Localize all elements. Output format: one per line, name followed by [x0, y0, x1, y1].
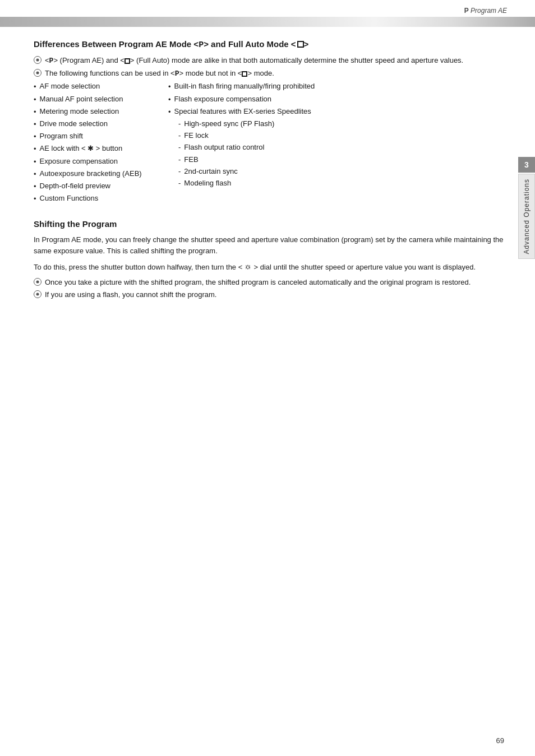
list-item-label: Custom Functions: [40, 193, 99, 203]
list-item-label: Manual AF point selection: [40, 94, 123, 104]
list-item-label: Built-in flash firing manually/firing pr…: [174, 81, 315, 91]
chapter-label: Advanced Operations: [523, 179, 531, 254]
list-item: - 2nd-curtain sync: [168, 166, 504, 177]
section2: Shifting the Program In Program AE mode,…: [34, 219, 504, 300]
chapter-label-container: Advanced Operations: [518, 174, 535, 259]
list-item-label: Exposure compensation: [40, 156, 118, 166]
dot-icon: •: [34, 119, 36, 129]
dot-icon: •: [168, 107, 171, 117]
section2-bullet2: If you are using a flash, you cannot shi…: [34, 290, 504, 300]
list-item-label: Drive mode selection: [40, 119, 108, 129]
list-item: • Drive mode selection: [34, 119, 168, 129]
list-item: • Metering mode selection: [34, 106, 168, 117]
header-chapter-title: Program AE: [471, 7, 507, 15]
dot-icon: •: [168, 95, 171, 105]
dash-icon: -: [178, 119, 181, 129]
list-item: • Special features with EX-series Speedl…: [168, 106, 504, 117]
feature-list: • AF mode selection • Manual AF point se…: [34, 81, 504, 206]
feature-list-left: • AF mode selection • Manual AF point se…: [34, 81, 168, 206]
header-mode-letter: P: [464, 7, 469, 15]
list-item: • Flash exposure compensation: [168, 94, 504, 105]
dot-icon: •: [34, 194, 36, 204]
dot-icon: •: [34, 82, 36, 92]
circle-bullet-icon-2: [34, 69, 41, 77]
dot-icon: •: [34, 144, 36, 154]
list-item: • Custom Functions: [34, 193, 168, 204]
dot-icon: •: [34, 95, 36, 105]
main-content: Differences Between Program AE Mode <P> …: [0, 38, 535, 300]
section2-bullet2-text: If you are using a flash, you cannot shi…: [45, 290, 504, 300]
dot-icon: •: [34, 132, 36, 142]
chapter-tab: 3 Advanced Operations: [518, 157, 535, 259]
list-item-label: High-speed sync (FP Flash): [184, 119, 274, 129]
bullet-item-1: <P> (Program AE) and <> (Full Auto) mode…: [34, 55, 504, 66]
list-item-label: AF mode selection: [40, 81, 100, 91]
dash-icon: -: [178, 155, 181, 165]
section2-bullet1: Once you take a picture with the shifted…: [34, 277, 504, 287]
list-item-label: 2nd-curtain sync: [184, 166, 237, 177]
list-item-label: FEB: [184, 155, 198, 165]
dot-icon: •: [34, 157, 36, 167]
list-item: - FE lock: [168, 131, 504, 141]
page-header: P Program AE: [0, 0, 535, 17]
bullet-item-2: The following functions can be used in <…: [34, 68, 504, 79]
list-item: • Exposure compensation: [34, 156, 168, 167]
dot-icon: •: [34, 107, 36, 117]
header-title: P Program AE: [464, 7, 507, 15]
section1-heading: Differences Between Program AE Mode <P> …: [34, 38, 504, 51]
dash-icon: -: [178, 166, 181, 177]
section2-heading: Shifting the Program: [34, 219, 504, 229]
section2-bullet1-text: Once you take a picture with the shifted…: [45, 277, 504, 287]
list-item: • Program shift: [34, 131, 168, 142]
chapter-number: 3: [518, 157, 535, 173]
list-item-label: Program shift: [40, 131, 83, 141]
section2-para1: In Program AE mode, you can freely chang…: [34, 234, 504, 257]
list-item: - Flash output ratio control: [168, 142, 504, 152]
dash-icon: -: [178, 178, 181, 188]
list-item: • AF mode selection: [34, 81, 168, 92]
feature-list-right: • Built-in flash firing manually/firing …: [168, 81, 504, 206]
list-item: • Autoexposure bracketing (AEB): [34, 169, 168, 179]
page-number: 69: [496, 736, 504, 745]
list-item-label: Modeling flash: [184, 178, 231, 188]
decorative-bar: [0, 17, 535, 27]
list-item-label: AE lock with < ✱ > button: [40, 143, 123, 154]
list-item-label: FE lock: [184, 131, 208, 141]
list-item: - High-speed sync (FP Flash): [168, 119, 504, 129]
list-item: - FEB: [168, 155, 504, 165]
circle-bullet-icon: [34, 56, 41, 64]
list-item: • AE lock with < ✱ > button: [34, 143, 168, 154]
circle-bullet-icon-4: [34, 290, 41, 298]
square-icon: [297, 41, 304, 48]
list-item-label: Special features with EX-series Speedlit…: [174, 106, 311, 117]
list-item: - Modeling flash: [168, 178, 504, 188]
list-item: • Depth-of-field preview: [34, 181, 168, 192]
page-container: P Program AE Differences Between Program…: [0, 0, 535, 756]
list-item-label: Metering mode selection: [40, 106, 119, 117]
list-item-label: Autoexposure bracketing (AEB): [40, 169, 142, 179]
list-item-label: Flash exposure compensation: [174, 94, 271, 104]
bullet-text-1: <P> (Program AE) and <> (Full Auto) mode…: [45, 55, 504, 66]
dot-icon: •: [34, 182, 36, 192]
list-item: • Manual AF point selection: [34, 94, 168, 105]
dash-icon: -: [178, 142, 181, 152]
dot-icon: •: [34, 169, 36, 179]
circle-bullet-icon-3: [34, 278, 41, 286]
bullet-text-2: The following functions can be used in <…: [45, 68, 504, 79]
dot-icon: •: [168, 82, 171, 92]
list-item-label: Flash output ratio control: [184, 142, 264, 152]
list-item: • Built-in flash firing manually/firing …: [168, 81, 504, 92]
list-item-label: Depth-of-field preview: [40, 181, 110, 191]
dash-icon: -: [178, 131, 181, 141]
section2-para2: To do this, press the shutter button dow…: [34, 262, 504, 273]
